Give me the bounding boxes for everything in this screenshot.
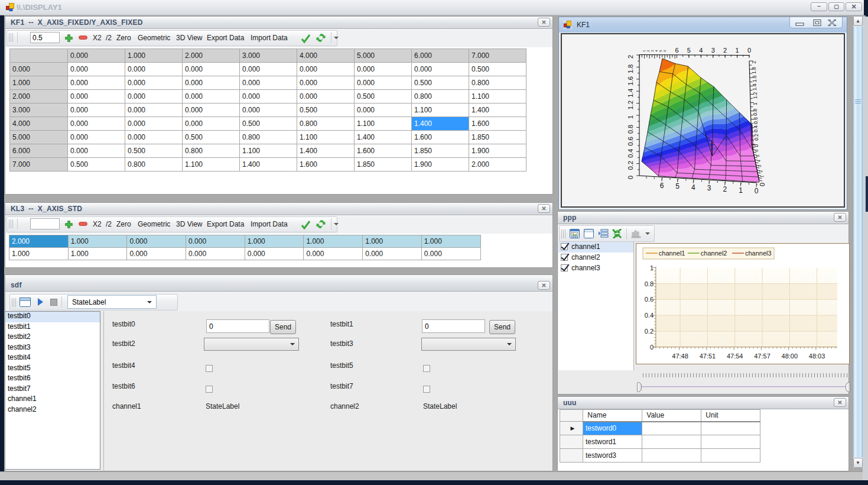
svg-text:channel3: channel3 — [745, 250, 772, 257]
svg-text:6: 6 — [755, 150, 759, 152]
svg-text:1.4: 1.4 — [752, 83, 758, 90]
svg-text:47:48: 47:48 — [672, 353, 688, 360]
svg-text:47:57: 47:57 — [754, 353, 771, 360]
svg-text:0.6: 0.6 — [627, 137, 634, 146]
svg-text:1.2: 1.2 — [752, 92, 758, 99]
svg-text:channel2: channel2 — [701, 250, 727, 257]
svg-text:4: 4 — [757, 160, 761, 162]
svg-text:48:03: 48:03 — [809, 353, 825, 360]
svg-text:6: 6 — [660, 182, 664, 190]
svg-text:0.4: 0.4 — [753, 125, 759, 132]
svg-text:1.8: 1.8 — [627, 64, 634, 73]
svg-text:5: 5 — [675, 182, 680, 190]
svg-text:3: 3 — [711, 47, 715, 54]
svg-text:0.6: 0.6 — [753, 117, 759, 124]
svg-text:0: 0 — [755, 187, 759, 195]
svg-text:1: 1 — [736, 47, 739, 54]
svg-text:47:54: 47:54 — [727, 353, 743, 360]
svg-text:4: 4 — [691, 183, 695, 192]
svg-text:0: 0 — [753, 144, 759, 147]
svg-text:0.2: 0.2 — [627, 161, 634, 170]
svg-text:5: 5 — [687, 47, 691, 54]
svg-text:0: 0 — [650, 344, 654, 351]
svg-text:0.8: 0.8 — [627, 125, 634, 134]
svg-text:3: 3 — [758, 165, 762, 167]
svg-text:0.4: 0.4 — [645, 312, 654, 319]
svg-text:1: 1 — [739, 186, 743, 195]
svg-text:1.8: 1.8 — [751, 67, 757, 74]
svg-text:0.8: 0.8 — [752, 108, 758, 115]
svg-text:0: 0 — [759, 183, 766, 186]
svg-text:3: 3 — [651, 50, 654, 52]
svg-text:channel1: channel1 — [659, 250, 685, 257]
svg-text:2: 2 — [759, 170, 763, 173]
svg-text:0: 0 — [747, 47, 751, 54]
svg-text:0.6: 0.6 — [645, 296, 654, 303]
svg-text:4: 4 — [699, 47, 703, 54]
svg-text:1: 1 — [642, 50, 646, 52]
svg-text:2: 2 — [723, 47, 727, 54]
svg-text:2: 2 — [627, 55, 634, 59]
svg-text:5: 5 — [756, 154, 760, 157]
svg-text:0.2: 0.2 — [753, 134, 759, 141]
svg-text:1.2: 1.2 — [627, 101, 634, 109]
svg-text:0: 0 — [627, 176, 634, 179]
svg-text:2: 2 — [751, 60, 757, 63]
svg-text:0.2: 0.2 — [645, 328, 654, 335]
svg-text:1: 1 — [650, 264, 654, 271]
svg-text:6: 6 — [663, 50, 667, 52]
svg-text:1: 1 — [752, 102, 758, 105]
svg-text:1.4: 1.4 — [627, 89, 634, 98]
svg-text:1: 1 — [627, 115, 634, 119]
svg-text:1.6: 1.6 — [627, 76, 634, 85]
svg-text:2: 2 — [723, 185, 727, 193]
svg-text:0.8: 0.8 — [645, 280, 654, 287]
svg-text:1.6: 1.6 — [752, 75, 758, 82]
svg-text:47:51: 47:51 — [700, 353, 716, 360]
svg-text:4: 4 — [655, 50, 658, 52]
svg-text:0.4: 0.4 — [627, 149, 634, 158]
svg-text:48:00: 48:00 — [782, 353, 798, 360]
svg-text:2: 2 — [646, 50, 650, 52]
svg-text:6: 6 — [675, 47, 678, 54]
svg-text:5: 5 — [659, 50, 662, 52]
svg-text:1: 1 — [760, 175, 764, 177]
svg-text:3: 3 — [707, 184, 711, 192]
